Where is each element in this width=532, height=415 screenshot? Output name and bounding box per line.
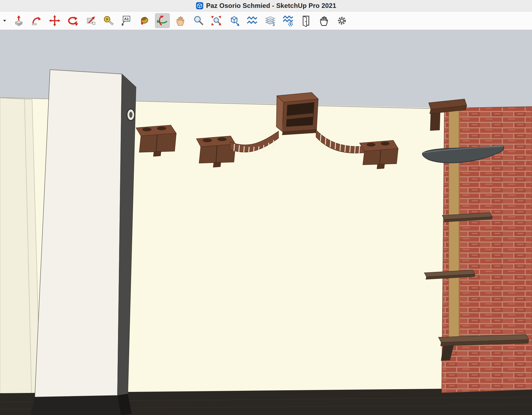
tool-zoom-button[interactable] [191,13,206,28]
tool-door-extension-button[interactable] [299,13,313,28]
sketchup-logo-icon [196,2,203,10]
toolbar-overflow-button[interactable] [1,13,8,28]
pan-hand-icon [174,14,187,27]
tool-scale-button[interactable] [83,13,98,28]
zoom-extents-icon [210,14,222,27]
tool-preferences-button[interactable] [335,13,349,28]
paint-bucket-icon [138,14,151,27]
tool-solid-inspector-button[interactable] [227,13,242,28]
blue-waves-gear-icon [282,14,294,27]
tool-zoom-extents-button[interactable] [209,13,224,28]
tape-measure-icon [102,14,115,27]
window-titlebar: Paz Osorio Schmied - SketchUp Pro 2021 [0,0,532,11]
cat-tree-pole[interactable] [449,101,460,343]
tool-followme-button[interactable] [29,13,44,28]
tool-pushpull-button[interactable] [11,13,26,28]
column-base[interactable] [30,395,121,415]
window-title: Paz Osorio Schmied - SketchUp Pro 2021 [206,2,336,10]
tool-layers-extension-button[interactable] [263,13,277,28]
orbit-icon [156,14,169,27]
model-viewport[interactable] [0,30,532,415]
gear-icon [336,14,348,27]
tool-orbit-button[interactable] [155,13,170,28]
text-tool-label: A1 [124,17,129,21]
zoom-icon [192,14,205,27]
followme-icon [30,14,43,27]
blue-cube-icon [228,14,240,27]
main-toolbar: A1 [0,11,532,30]
tool-text-button[interactable]: A1 [119,13,134,28]
rotate-icon [66,14,79,27]
layers-icon [264,14,276,27]
tool-paint-bucket-button[interactable] [137,13,152,28]
tool-tape-measure-button[interactable] [101,13,116,28]
text-a1-icon: A1 [120,14,133,27]
chevron-down-icon [2,18,7,23]
cat-wall-house[interactable] [276,92,318,135]
tool-rotate-button[interactable] [65,13,80,28]
move-icon [48,14,61,27]
pushpull-icon [13,14,25,27]
tool-waves-extension-button[interactable] [245,13,259,28]
scale-icon [84,14,97,27]
blue-waves-icon [246,14,258,27]
hand-icon [318,14,330,27]
tool-move-button[interactable] [47,13,62,28]
tool-waves-settings-button[interactable] [281,13,295,28]
tool-pan-button[interactable] [173,13,188,28]
tool-grab-hand-button[interactable] [317,13,331,28]
door-icon [300,14,312,27]
